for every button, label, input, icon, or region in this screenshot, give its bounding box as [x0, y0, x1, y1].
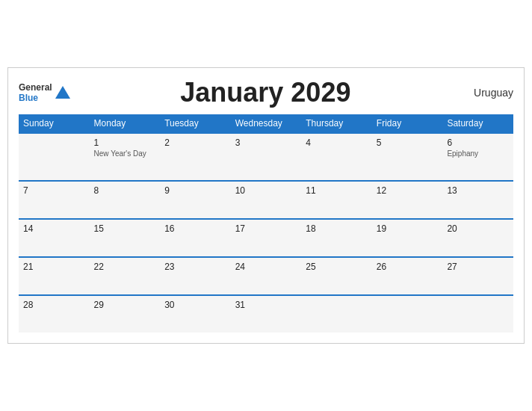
- day-number: 15: [94, 223, 156, 234]
- day-number: 3: [235, 137, 297, 148]
- logo: General Blue: [19, 82, 70, 104]
- calendar-cell: 28: [19, 295, 90, 333]
- calendar-cell: 20: [442, 219, 513, 257]
- calendar-table: SundayMondayTuesdayWednesdayThursdayFrid…: [19, 114, 513, 333]
- month-title: January 2029: [70, 77, 461, 108]
- calendar-cell: 24: [231, 257, 302, 295]
- calendar-cell: 11: [301, 181, 372, 219]
- day-number: 5: [377, 137, 439, 148]
- day-number: 30: [164, 300, 226, 310]
- day-number: 9: [164, 185, 226, 196]
- calendar-cell: 2: [160, 133, 231, 181]
- day-number: 14: [23, 223, 85, 234]
- day-number: 12: [377, 185, 439, 196]
- logo-triangle-icon: [55, 86, 70, 99]
- calendar-header: General Blue January 2029 Uruguay: [19, 77, 513, 108]
- calendar-cell: 27: [442, 257, 513, 295]
- weekday-header-thursday: Thursday: [301, 114, 372, 133]
- calendar-cell: 1New Year's Day: [90, 133, 161, 181]
- calendar-cell: 8: [90, 181, 161, 219]
- day-number: 19: [377, 223, 439, 234]
- calendar-cell: 6Epiphany: [442, 133, 513, 181]
- day-number: 1: [94, 137, 156, 148]
- day-number: 23: [164, 262, 226, 272]
- calendar-cell: 14: [19, 219, 90, 257]
- day-number: 26: [377, 262, 439, 272]
- day-number: 17: [235, 223, 297, 234]
- calendar-cell: 12: [372, 181, 443, 219]
- week-row-3: 14151617181920: [19, 219, 513, 257]
- calendar-cell: 18: [301, 219, 372, 257]
- day-number: 28: [23, 300, 85, 310]
- day-number: 11: [306, 185, 368, 196]
- day-number: 29: [94, 300, 156, 310]
- weekday-header-sunday: Sunday: [19, 114, 90, 133]
- calendar-cell: [372, 295, 443, 333]
- logo-line2: Blue: [19, 93, 52, 103]
- calendar-cell: 21: [19, 257, 90, 295]
- calendar-cell: 4: [301, 133, 372, 181]
- week-row-1: 1New Year's Day23456Epiphany: [19, 133, 513, 181]
- calendar-cell: 23: [160, 257, 231, 295]
- day-number: 31: [235, 300, 297, 310]
- week-row-5: 28293031: [19, 295, 513, 333]
- calendar-cell: 5: [372, 133, 443, 181]
- calendar-cell: 22: [90, 257, 161, 295]
- calendar-cell: 29: [90, 295, 161, 333]
- day-number: 16: [164, 223, 226, 234]
- weekday-header-monday: Monday: [90, 114, 161, 133]
- calendar-cell: 13: [442, 181, 513, 219]
- calendar-cell: [301, 295, 372, 333]
- day-number: 25: [306, 262, 368, 272]
- day-number: 13: [447, 185, 509, 196]
- day-number: 2: [164, 137, 226, 148]
- country-label: Uruguay: [461, 87, 513, 99]
- calendar-cell: 26: [372, 257, 443, 295]
- week-row-2: 78910111213: [19, 181, 513, 219]
- calendar-cell: 31: [231, 295, 302, 333]
- day-number: 27: [447, 262, 509, 272]
- day-number: 18: [306, 223, 368, 234]
- day-number: 6: [447, 137, 509, 148]
- day-number: 22: [94, 262, 156, 272]
- day-number: 10: [235, 185, 297, 196]
- holiday-name: New Year's Day: [94, 149, 156, 158]
- day-number: 20: [447, 223, 509, 234]
- week-row-4: 21222324252627: [19, 257, 513, 295]
- calendar-cell: [442, 295, 513, 333]
- calendar-cell: 17: [231, 219, 302, 257]
- weekday-header-row: SundayMondayTuesdayWednesdayThursdayFrid…: [19, 114, 513, 133]
- weekday-header-friday: Friday: [372, 114, 443, 133]
- calendar-cell: 16: [160, 219, 231, 257]
- calendar-cell: [19, 133, 90, 181]
- logo-text: General Blue: [19, 82, 52, 104]
- calendar-container: General Blue January 2029 Uruguay Sunday…: [7, 67, 525, 344]
- day-number: 24: [235, 262, 297, 272]
- day-number: 4: [306, 137, 368, 148]
- calendar-cell: 19: [372, 219, 443, 257]
- holiday-name: Epiphany: [447, 149, 509, 158]
- weekday-header-tuesday: Tuesday: [160, 114, 231, 133]
- day-number: 21: [23, 262, 85, 272]
- calendar-cell: 30: [160, 295, 231, 333]
- calendar-cell: 25: [301, 257, 372, 295]
- calendar-cell: 15: [90, 219, 161, 257]
- calendar-cell: 10: [231, 181, 302, 219]
- day-number: 8: [94, 185, 156, 196]
- calendar-cell: 3: [231, 133, 302, 181]
- weekday-header-wednesday: Wednesday: [231, 114, 302, 133]
- calendar-cell: 7: [19, 181, 90, 219]
- weekday-header-saturday: Saturday: [442, 114, 513, 133]
- logo-line1: General: [19, 82, 52, 93]
- calendar-cell: 9: [160, 181, 231, 219]
- day-number: 7: [23, 185, 85, 196]
